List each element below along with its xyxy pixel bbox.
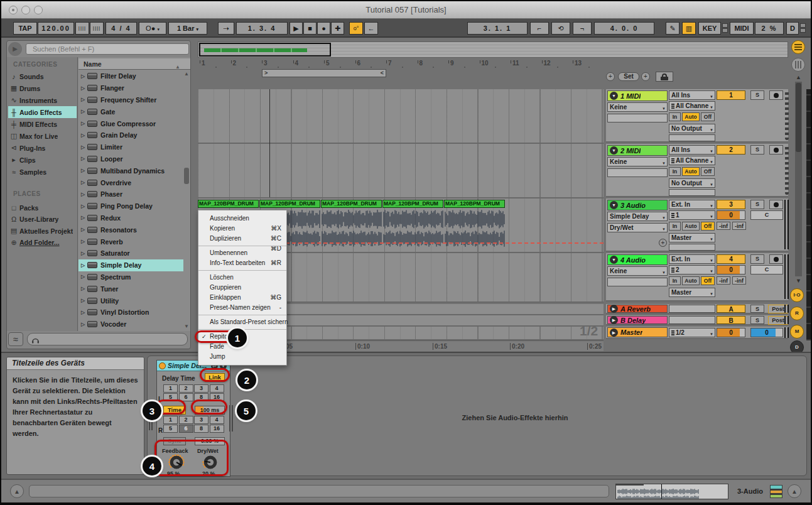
disclosure-triangle-icon[interactable]: ▷ bbox=[78, 286, 87, 291]
master-volume-slider[interactable]: 0 bbox=[717, 328, 745, 337]
show-detail-toggle[interactable]: ▲ bbox=[788, 484, 801, 498]
list-item-frequency-shifter[interactable]: ▷Frequency Shifter bbox=[78, 94, 183, 106]
fold-track-icon[interactable]: ▼ bbox=[610, 146, 618, 155]
loop-length-field[interactable]: 4. 0. 0 bbox=[594, 22, 654, 35]
disclosure-triangle-icon[interactable]: ▷ bbox=[78, 156, 87, 161]
beat-division-button[interactable]: 2 bbox=[179, 416, 193, 424]
arm-record-button[interactable] bbox=[769, 90, 783, 100]
track-activator[interactable]: 4 bbox=[717, 254, 745, 264]
list-item-multiband-dynamics[interactable]: ▷Multiband Dynamics bbox=[78, 165, 183, 176]
input-channel-chooser[interactable]: 1▼ bbox=[669, 210, 715, 220]
track-title[interactable]: ▶Master bbox=[607, 327, 668, 337]
input-type-chooser[interactable]: All Ins▼ bbox=[669, 145, 715, 155]
audio-clip[interactable]: MAP_120BPM_DRUM bbox=[321, 200, 382, 247]
overdub-button[interactable]: ✚ bbox=[331, 22, 344, 35]
beat-division-button[interactable]: 5 bbox=[163, 425, 178, 433]
disclosure-triangle-icon[interactable]: ▷ bbox=[78, 73, 87, 79]
hot-swap-preview-toggle[interactable]: ≈ bbox=[8, 332, 23, 346]
output-type-chooser[interactable]: No Output▼ bbox=[669, 178, 715, 188]
next-locator-button[interactable]: + bbox=[641, 72, 650, 81]
menu-item-umbenennen[interactable]: Umbenennen⌘R bbox=[198, 248, 286, 258]
sidebar-item-max-for-live[interactable]: ◫Max for Live bbox=[8, 130, 77, 142]
computer-midi-keyboard-button[interactable]: ▥ bbox=[682, 22, 696, 35]
list-item-flanger[interactable]: ▷Flanger bbox=[78, 82, 183, 94]
output-channel-box[interactable] bbox=[669, 134, 715, 141]
input-channel-chooser[interactable]: All Channe▼ bbox=[669, 101, 715, 111]
monitor-in-button[interactable]: In bbox=[669, 112, 681, 121]
track-title[interactable]: ▼3 Audio bbox=[607, 200, 668, 210]
master-pan-slider[interactable]: 0 bbox=[750, 328, 783, 337]
menu-item-einklappen[interactable]: Einklappen- bbox=[198, 293, 286, 303]
lane-2-midi[interactable] bbox=[198, 144, 604, 198]
menu-item-preset-namen-zeigen[interactable]: Preset-Namen zeigen bbox=[198, 303, 286, 313]
monitor-auto-button[interactable]: Auto bbox=[682, 222, 700, 231]
loop-start-field[interactable]: 3. 1. 1 bbox=[467, 22, 528, 35]
device-power-button[interactable] bbox=[159, 362, 166, 369]
fold-track-icon[interactable]: ▼ bbox=[610, 201, 618, 209]
disclosure-triangle-icon[interactable]: ▷ bbox=[78, 121, 87, 126]
list-item-glue-compressor[interactable]: ▷Glue Compressor bbox=[78, 117, 183, 129]
tempo-field[interactable]: 120.00 bbox=[38, 22, 74, 35]
menu-item-duplizieren[interactable]: Duplizieren⌘D bbox=[198, 234, 286, 244]
scroll-down-icon[interactable]: ▼ bbox=[796, 278, 801, 284]
beat-division-button[interactable]: 16 bbox=[210, 425, 224, 433]
quantization-menu[interactable]: 1 Bar ▾ bbox=[168, 22, 207, 35]
scroll-up-icon[interactable]: ▲ bbox=[183, 71, 190, 77]
volume-slider[interactable]: 0 bbox=[717, 210, 745, 220]
clip-view-selector-icon[interactable] bbox=[770, 485, 782, 498]
arm-record-button[interactable] bbox=[769, 254, 783, 264]
master-view-chooser[interactable]: 1/2▼ bbox=[669, 328, 715, 337]
fold-track-icon[interactable]: ▼ bbox=[610, 92, 618, 100]
output-channel-box[interactable] bbox=[669, 189, 715, 196]
back-to-arrangement-button[interactable]: ← bbox=[364, 22, 378, 35]
list-item-vinyl-distortion[interactable]: ▷Vinyl Distortion bbox=[78, 307, 183, 318]
list-column-header[interactable]: Name ▲ bbox=[78, 58, 190, 70]
arrangement-position-field[interactable]: 1. 3. 4 bbox=[236, 22, 288, 35]
play-icon[interactable]: ▶ bbox=[610, 305, 618, 313]
sidebar-item-packs[interactable]: □Packs bbox=[8, 202, 77, 214]
draw-mode-button[interactable]: ✎ bbox=[666, 22, 679, 35]
disclosure-triangle-icon[interactable]: ▷ bbox=[78, 298, 87, 303]
automation-param-box[interactable] bbox=[607, 168, 668, 177]
track-title[interactable]: ▶A Reverb bbox=[607, 305, 668, 313]
list-item-gate[interactable]: ▷Gate bbox=[78, 106, 183, 117]
monitor-auto-button[interactable]: Auto bbox=[682, 276, 700, 285]
pan-control[interactable]: C bbox=[750, 265, 783, 274]
beat-division-button[interactable]: 6 bbox=[179, 425, 193, 433]
return-io-box[interactable] bbox=[669, 316, 715, 324]
disclosure-triangle-icon[interactable]: ▷ bbox=[78, 180, 87, 185]
sidebar-item-user-library[interactable]: ΩUser-Library bbox=[8, 214, 77, 225]
key-map-button[interactable]: KEY bbox=[698, 22, 721, 35]
nudge-up-button[interactable]: |||| bbox=[90, 22, 104, 35]
audio-clip[interactable]: MAP_120BPM_DRUM bbox=[444, 200, 506, 247]
beat-division-button[interactable]: 4 bbox=[210, 384, 224, 393]
input-channel-chooser[interactable]: All Channe▼ bbox=[669, 156, 715, 165]
disclosure-triangle-icon[interactable]: ▷ bbox=[78, 239, 87, 244]
list-item-saturator[interactable]: ▷Saturator bbox=[78, 247, 183, 259]
follow-button[interactable]: ⇢ bbox=[218, 22, 234, 35]
track-header-1-midi[interactable]: ▼1 MIDIKeine▼All Ins▼All Channe▼InAutoOf… bbox=[606, 89, 788, 143]
arm-record-button[interactable] bbox=[769, 200, 783, 209]
overdub-d-button[interactable]: D bbox=[786, 22, 799, 35]
disclosure-triangle-icon[interactable]: ▷ bbox=[78, 204, 87, 209]
vertical-scrollbar-thumb[interactable] bbox=[796, 83, 801, 152]
list-item-tuner[interactable]: ▷Tuner bbox=[78, 283, 183, 295]
sidebar-item-plug-ins[interactable]: ⊲Plug-Ins bbox=[8, 142, 77, 154]
list-item-phaser[interactable]: ▷Phaser bbox=[78, 188, 183, 200]
list-item-overdrive[interactable]: ▷Overdrive bbox=[78, 176, 183, 188]
output-type-chooser[interactable]: No Output▼ bbox=[669, 124, 715, 133]
menu-item-kopieren[interactable]: Kopieren⌘C bbox=[198, 224, 286, 234]
browser-collapse-button[interactable]: ▶ bbox=[8, 42, 22, 56]
beat-division-button[interactable]: 1 bbox=[163, 384, 178, 393]
disclosure-triangle-icon[interactable]: ▷ bbox=[78, 144, 87, 150]
clip-title-bar[interactable]: MAP_120BPM_DRUM bbox=[198, 200, 259, 208]
automation-arm-button[interactable]: o° bbox=[349, 22, 363, 35]
return-header-b-delay[interactable]: ▶B DelayBSPost bbox=[606, 315, 788, 325]
monitor-in-button[interactable]: In bbox=[669, 222, 681, 231]
menu-item-ausschneiden[interactable]: Ausschneiden⌘X bbox=[198, 214, 286, 224]
midi-map-button[interactable]: MIDI bbox=[730, 22, 754, 35]
time-signature-field[interactable]: 4 / 4 bbox=[106, 22, 137, 35]
disclosure-triangle-icon[interactable]: ▷ bbox=[78, 97, 87, 102]
solo-button[interactable]: S bbox=[750, 145, 764, 155]
return-io-box[interactable] bbox=[669, 305, 715, 313]
